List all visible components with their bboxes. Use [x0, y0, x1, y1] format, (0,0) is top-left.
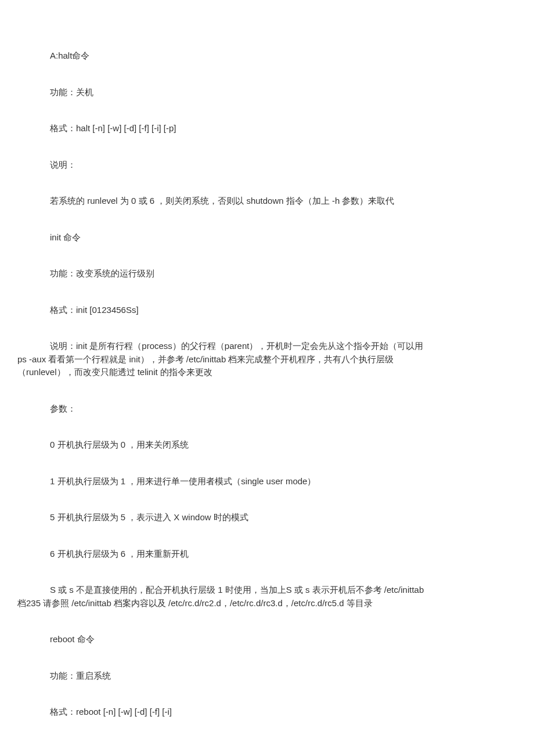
paragraph-init-format: 格式：init [0123456Ss] [17, 304, 517, 317]
paragraph-init-description-line3: （runlevel），而改变只能透过 telinit 的指令来更改 [17, 366, 517, 379]
paragraph-init-title: init 命令 [17, 231, 517, 244]
paragraph-params-label: 参数： [17, 402, 517, 416]
paragraph-halt-function: 功能：关机 [17, 86, 517, 99]
paragraph-reboot-function: 功能：重启系统 [17, 669, 517, 683]
paragraph-param-s: S 或 s 不是直接使用的，配合开机执行层级 1 时使用，当加上S 或 s 表示… [17, 584, 517, 610]
paragraph-param-5: 5 开机执行层级为 5 ，表示进入 X window 时的模式 [17, 511, 517, 524]
paragraph-reboot-format: 格式：reboot [-n] [-w] [-d] [-f] [-i] [17, 705, 517, 719]
paragraph-param-s-line2: 档235 请参照 /etc/inittab 档案内容以及 /etc/rc.d/r… [17, 597, 517, 610]
paragraph-param-1: 1 开机执行层级为 1 ，用来进行单一使用者模式（single user mod… [17, 475, 517, 488]
paragraph-param-0: 0 开机执行层级为 0 ，用来关闭系统 [17, 438, 517, 452]
paragraph-init-function: 功能：改变系统的运行级别 [17, 267, 517, 280]
paragraph-halt-format: 格式：halt [-n] [-w] [-d] [-f] [-i] [-p] [17, 122, 517, 135]
paragraph-param-6: 6 开机执行层级为 6 ，用来重新开机 [17, 548, 517, 561]
paragraph-reboot-title: reboot 命令 [17, 633, 517, 646]
paragraph-param-s-line1: S 或 s 不是直接使用的，配合开机执行层级 1 时使用，当加上S 或 s 表示… [17, 584, 517, 597]
paragraph-halt-title: A:halt命令 [17, 49, 517, 63]
paragraph-init-description: 说明：init 是所有行程（process）的父行程（parent），开机时一定… [17, 340, 517, 379]
paragraph-init-description-line2: ps -aux 看看第一个行程就是 init），并参考 /etc/inittab… [17, 353, 517, 366]
paragraph-halt-description: 若系统的 runlevel 为 0 或 6 ，则关闭系统，否则以 shutdow… [17, 195, 517, 208]
paragraph-init-description-line1: 说明：init 是所有行程（process）的父行程（parent），开机时一定… [17, 340, 517, 353]
paragraph-halt-description-label: 说明： [17, 159, 517, 172]
